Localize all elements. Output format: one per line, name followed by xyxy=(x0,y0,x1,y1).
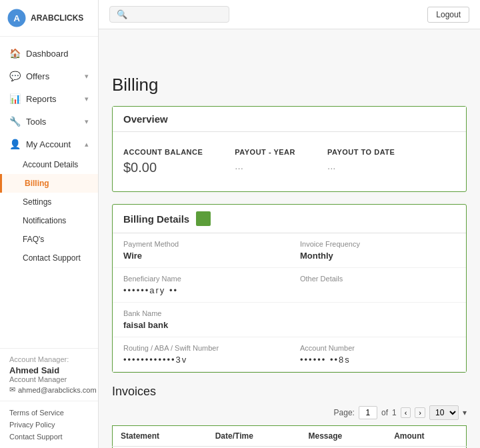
green-box-indicator xyxy=(196,211,211,226)
sidebar-label-dashboard: Dashboard xyxy=(26,49,69,59)
routing-cell xyxy=(289,303,466,337)
payout-to-date-item: PAYOUT TO DATE ... xyxy=(327,148,395,175)
billing-details-header: Billing Details xyxy=(113,205,466,233)
invoices-title: Invoices xyxy=(112,385,467,399)
sidebar-sub-account-details[interactable]: Account Details xyxy=(0,155,98,174)
prev-page-button[interactable]: ‹ xyxy=(401,407,411,418)
email-icon: ✉ xyxy=(9,385,15,394)
col-amount: Amount xyxy=(386,426,466,447)
other-details-cell: Other Details xyxy=(289,268,466,303)
privacy-link[interactable]: Privacy Policy xyxy=(9,419,89,431)
payout-year-label: PAYOUT - YEAR xyxy=(235,148,295,156)
sidebar: A ARABCLICKS 🏠 Dashboard 💬 Offers ▾ 📊 Re… xyxy=(0,0,99,448)
payment-method-label: Payment Method xyxy=(123,240,279,248)
routing-value: ••••••••••••3v xyxy=(123,355,279,365)
sidebar-item-tools[interactable]: 🔧 Tools ▾ xyxy=(0,110,98,133)
sidebar-item-dashboard[interactable]: 🏠 Dashboard xyxy=(0,42,98,65)
footer-links: Terms of Service Privacy Policy Contact … xyxy=(0,401,98,448)
chevron-down-perpage: ▾ xyxy=(463,408,467,417)
payout-year-item: PAYOUT - YEAR ... xyxy=(235,148,295,175)
col-message: Message xyxy=(300,426,386,447)
chevron-down-icon: ▾ xyxy=(85,72,89,81)
reports-icon: 📊 xyxy=(9,93,21,104)
page-number-input[interactable] xyxy=(359,406,377,419)
overview-card: Overview ACCOUNT BALANCE $0.00 PAYOUT - … xyxy=(112,106,467,192)
col-statement: Statement xyxy=(113,426,207,447)
sidebar-item-myaccount[interactable]: 👤 My Account ▴ xyxy=(0,133,98,155)
billing-details-title: Billing Details xyxy=(123,213,189,225)
payment-method-cell: Payment Method Wire xyxy=(113,233,289,268)
sidebar-sub-notifications[interactable]: Notifications xyxy=(0,211,98,230)
offers-icon: 💬 xyxy=(9,71,21,81)
sidebar-label-tools: Tools xyxy=(26,117,46,127)
sidebar-sub-contact-support[interactable]: Contact Support xyxy=(0,249,98,267)
routing-full-cell: Routing / ABA / Swift Number •••••••••••… xyxy=(113,337,289,372)
account-manager-section: Account Manager: Ahmed Said Account Mana… xyxy=(0,348,98,401)
terms-link[interactable]: Terms of Service xyxy=(9,407,89,419)
svg-text:A: A xyxy=(13,13,20,23)
email-value: ahmed@arabclicks.com xyxy=(18,386,97,394)
page-title: Billing xyxy=(112,75,467,95)
beneficiary-name-cell: Beneficiary Name ••••••ary •• xyxy=(113,268,289,303)
billing-details-card: Billing Details Payment Method Wire Invo… xyxy=(112,204,467,373)
account-balance-value: $0.00 xyxy=(123,160,203,175)
chevron-down-icon-tools: ▾ xyxy=(85,117,89,126)
account-manager-title: Account Manager xyxy=(9,375,89,383)
content-wrapper: 🔍 Logout Billing Overview ACCOUNT BALANC… xyxy=(99,0,480,448)
search-input[interactable] xyxy=(131,10,222,19)
invoice-frequency-value: Monthly xyxy=(300,251,455,261)
payout-to-date-label: PAYOUT TO DATE xyxy=(327,148,395,156)
next-page-button[interactable]: › xyxy=(415,407,425,418)
page-of-label: of xyxy=(381,408,388,417)
page-label: Page: xyxy=(334,408,355,417)
overview-grid: ACCOUNT BALANCE $0.00 PAYOUT - YEAR ... … xyxy=(123,141,455,182)
sidebar-label-offers: Offers xyxy=(26,71,49,81)
sidebar-label-myaccount: My Account xyxy=(26,139,71,149)
myaccount-icon: 👤 xyxy=(9,139,21,149)
logo-icon: A xyxy=(7,8,27,28)
bank-name-value: faisal bank xyxy=(123,320,279,330)
invoice-frequency-cell: Invoice Frequency Monthly xyxy=(289,233,466,268)
beneficiary-name-value: ••••••ary •• xyxy=(123,285,279,295)
chevron-down-icon-reports: ▾ xyxy=(85,95,89,103)
contact-link[interactable]: Contact Support xyxy=(9,431,89,443)
sidebar-sub-settings[interactable]: Settings xyxy=(0,193,98,211)
logo-area: A ARABCLICKS xyxy=(0,0,98,37)
billing-detail-grid: Payment Method Wire Invoice Frequency Mo… xyxy=(113,233,466,372)
beneficiary-name-label: Beneficiary Name xyxy=(123,275,279,283)
per-page-select[interactable]: 10 25 50 xyxy=(429,405,459,420)
dashboard-icon: 🏠 xyxy=(9,48,21,59)
invoices-table: Statement Date/Time Message Amount xyxy=(112,425,467,448)
sidebar-item-offers[interactable]: 💬 Offers ▾ xyxy=(0,65,98,87)
account-email: ✉ ahmed@arabclicks.com xyxy=(9,385,89,394)
sidebar-item-reports[interactable]: 📊 Reports ▾ xyxy=(0,87,98,110)
other-details-label: Other Details xyxy=(300,275,455,283)
invoice-frequency-label: Invoice Frequency xyxy=(300,240,455,248)
account-number-value: •••••• ••8s xyxy=(300,355,455,365)
col-datetime: Date/Time xyxy=(207,426,301,447)
account-number-label: Account Number xyxy=(300,344,455,352)
chevron-up-icon: ▴ xyxy=(85,140,89,149)
account-manager-label: Account Manager: xyxy=(9,355,89,363)
bank-name-cell: Bank Name faisal bank xyxy=(113,303,289,337)
account-balance-label: ACCOUNT BALANCE xyxy=(123,148,203,156)
search-box[interactable]: 🔍 xyxy=(109,6,229,23)
payout-to-date-value: ... xyxy=(327,160,395,171)
account-manager-name: Ahmed Said xyxy=(9,365,89,375)
payout-year-value: ... xyxy=(235,160,295,171)
logout-button[interactable]: Logout xyxy=(427,7,469,23)
account-number-cell: Account Number •••••• ••8s xyxy=(289,337,466,372)
routing-label: Routing / ABA / Swift Number xyxy=(123,344,279,352)
sidebar-sub-billing[interactable]: Billing xyxy=(0,174,98,193)
search-icon: 🔍 xyxy=(117,9,127,19)
account-balance-item: ACCOUNT BALANCE $0.00 xyxy=(123,148,203,175)
logo-text: ARABCLICKS xyxy=(31,13,83,23)
main-content: Billing Overview ACCOUNT BALANCE $0.00 P… xyxy=(99,29,480,448)
topbar: 🔍 Logout xyxy=(99,0,480,29)
sidebar-sub-faqs[interactable]: FAQ's xyxy=(0,230,98,249)
tools-icon: 🔧 xyxy=(9,116,21,127)
bank-name-label: Bank Name xyxy=(123,309,279,317)
sidebar-nav: 🏠 Dashboard 💬 Offers ▾ 📊 Reports ▾ 🔧 Too… xyxy=(0,37,98,348)
invoices-controls: Page: of 1 ‹ › 10 25 50 ▾ xyxy=(112,405,467,420)
page-total: 1 xyxy=(392,408,397,417)
